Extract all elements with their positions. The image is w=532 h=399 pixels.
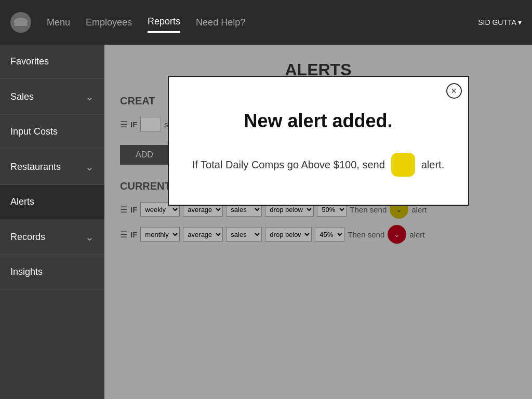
logo-icon — [11, 12, 31, 32]
sidebar-item-restaurants[interactable]: Restaurants ⌄ — [0, 149, 104, 185]
nav-menu[interactable]: Menu — [47, 13, 70, 32]
user-menu[interactable]: SID GUTTA — [478, 18, 522, 26]
modal-body-text1: If Total Daily Comps go Above $100, send — [192, 159, 385, 171]
layout: Favorites Sales ⌄ Input Costs Restaurant… — [0, 45, 532, 399]
modal-title: New alert added. — [244, 110, 392, 132]
modal-body-text2: alert. — [421, 159, 444, 171]
sidebar-item-label: Input Costs — [10, 126, 58, 137]
chevron-down-icon: ⌄ — [85, 161, 94, 173]
logo — [10, 12, 31, 33]
sidebar-item-label: Records — [10, 232, 45, 243]
modal-body: If Total Daily Comps go Above $100, send… — [192, 153, 444, 177]
sidebar-item-input-costs[interactable]: Input Costs — [0, 115, 104, 149]
modal-overlay: × New alert added. If Total Daily Comps … — [104, 45, 532, 399]
sidebar-item-label: Favorites — [10, 56, 49, 67]
sidebar-item-alerts[interactable]: Alerts — [0, 185, 104, 219]
modal-dialog: × New alert added. If Total Daily Comps … — [168, 76, 469, 206]
sidebar-item-label: Alerts — [10, 196, 34, 207]
nav-employees[interactable]: Employees — [86, 13, 132, 32]
sidebar-item-label: Insights — [10, 267, 43, 277]
main-content: ALERTS CREAT ☰ IF send ⌄ alert ADD CURRE… — [104, 45, 532, 399]
nav-help[interactable]: Need Help? — [196, 13, 245, 32]
sidebar: Favorites Sales ⌄ Input Costs Restaurant… — [0, 45, 104, 399]
chevron-down-icon: ⌄ — [85, 90, 94, 103]
sidebar-item-label: Sales — [10, 91, 34, 102]
top-nav: Menu Employees Reports Need Help? SID GU… — [0, 0, 532, 45]
sidebar-item-records[interactable]: Records ⌄ — [0, 219, 104, 255]
modal-close-button[interactable]: × — [446, 83, 462, 99]
sidebar-item-insights[interactable]: Insights — [0, 255, 104, 289]
nav-links: Menu Employees Reports Need Help? — [47, 12, 462, 33]
svg-rect-1 — [14, 24, 28, 26]
sidebar-item-sales[interactable]: Sales ⌄ — [0, 79, 104, 115]
modal-alert-circle-yellow — [391, 153, 415, 177]
nav-reports[interactable]: Reports — [148, 12, 180, 33]
chevron-down-icon: ⌄ — [85, 231, 94, 243]
sidebar-item-label: Restaurants — [10, 162, 61, 172]
sidebar-item-favorites[interactable]: Favorites — [0, 45, 104, 79]
